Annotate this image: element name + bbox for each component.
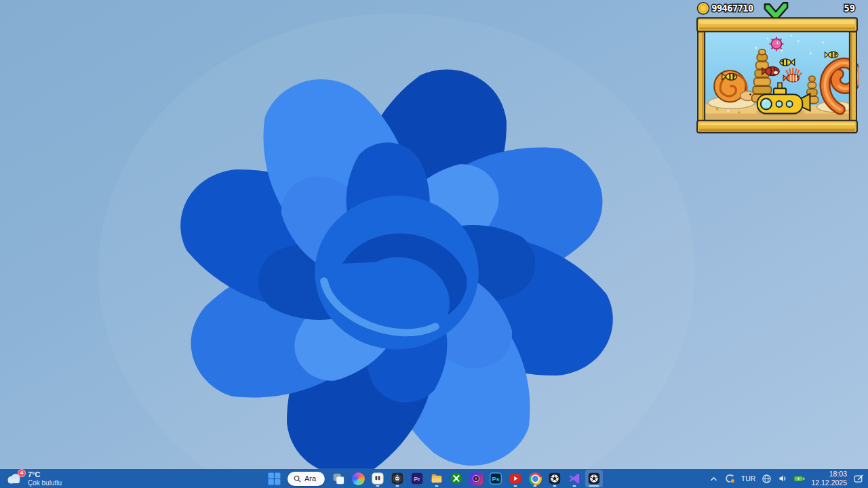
start-button[interactable] [265, 470, 283, 487]
copilot-button[interactable] [349, 470, 367, 487]
coin-counter: 99467710 [711, 3, 753, 14]
youtube-icon [509, 472, 522, 485]
svg-text:Ps: Ps [492, 476, 500, 483]
photoshop-icon: Ps [489, 472, 502, 485]
app-ball-game-active[interactable] [585, 470, 603, 487]
tray-time: 18:03 [811, 470, 847, 479]
clock[interactable]: 18:03 12.12.2025 [811, 470, 847, 487]
pen-notification-icon [853, 473, 864, 484]
app-chrome[interactable] [526, 470, 544, 487]
search-icon [294, 475, 301, 483]
weather-temperature: 7°C [28, 470, 62, 479]
ball-game-icon [587, 472, 601, 485]
app-hex-game[interactable] [389, 470, 406, 487]
app-ball-game[interactable] [546, 470, 564, 487]
weather-condition: Çok bulutlu [28, 479, 62, 487]
taskbar: 4 7°C Çok bulutlu [0, 469, 868, 488]
ball-game-icon [548, 472, 561, 485]
cloud-icon: 4 [5, 472, 23, 485]
sync-status-button[interactable] [724, 473, 735, 484]
check-icon [765, 3, 787, 19]
volume-button[interactable] [778, 474, 787, 483]
search-placeholder: Ara [304, 474, 316, 483]
visual-studio-icon [568, 472, 581, 485]
speaker-icon [778, 474, 787, 483]
notification-center-button[interactable] [853, 473, 864, 484]
task-view-button[interactable] [330, 470, 347, 487]
tray-date: 12.12.2025 [811, 479, 847, 487]
gradient-circle-app-icon [470, 472, 483, 485]
app-xbox[interactable] [448, 470, 465, 487]
level-counter: 59 [844, 3, 855, 14]
chevron-up-icon [709, 474, 718, 483]
app-premiere[interactable]: Pr [408, 470, 426, 487]
chrome-icon [529, 472, 542, 485]
coin-icon [698, 3, 709, 14]
sync-icon [724, 473, 735, 484]
globe-network-icon [762, 474, 772, 484]
app-gradient-circle[interactable] [467, 470, 485, 487]
desktop: 99467710 59 [0, 0, 868, 488]
white-game-icon [371, 472, 384, 485]
task-view-icon [332, 472, 345, 485]
folder-icon [430, 472, 443, 485]
battery-button[interactable] [793, 474, 805, 483]
xbox-icon [450, 472, 463, 485]
language-indicator[interactable]: TUR [741, 474, 756, 483]
weather-alert-badge: 4 [18, 469, 26, 477]
app-photoshop[interactable]: Ps [487, 470, 505, 487]
app-youtube[interactable] [507, 470, 524, 487]
windows-logo-icon [267, 472, 280, 485]
network-button[interactable] [762, 474, 772, 484]
app-white-game[interactable] [369, 470, 387, 487]
battery-charging-icon [793, 474, 805, 483]
hex-game-icon [391, 472, 404, 485]
svg-text:Pr: Pr [414, 476, 420, 483]
premiere-icon: Pr [410, 472, 424, 485]
pufferfish [769, 37, 783, 51]
search-box[interactable]: Ara [288, 472, 325, 486]
app-file-explorer[interactable] [428, 470, 446, 487]
aquarium-game-window[interactable]: 99467710 59 [696, 0, 859, 137]
copilot-icon [352, 472, 365, 485]
app-visual-studio[interactable] [566, 470, 583, 487]
weather-widget[interactable]: 4 7°C Çok bulutlu [5, 470, 62, 487]
tray-overflow-button[interactable] [709, 474, 718, 483]
